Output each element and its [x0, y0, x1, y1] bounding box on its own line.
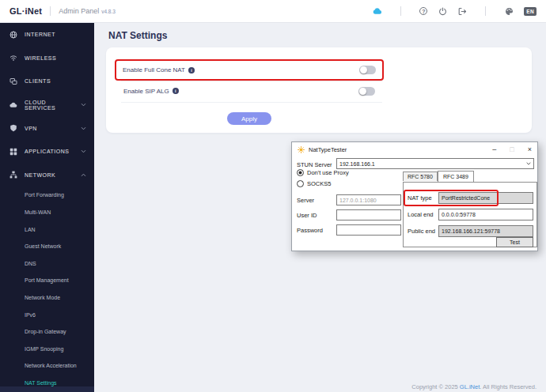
- sidebar-next-section-strip: [0, 386, 94, 392]
- sidebar-subitem-port-forwarding[interactable]: Port Forwarding: [0, 187, 94, 204]
- sidebar-subitem-port-management[interactable]: Port Management: [0, 272, 94, 289]
- product-title: Admin Panel: [59, 7, 99, 15]
- setting-label: Enable SIP ALG: [123, 88, 179, 95]
- sidebar-subitem-multi-wan[interactable]: Multi-WAN: [0, 204, 94, 221]
- maximize-button[interactable]: □: [510, 146, 514, 153]
- row-divider: [121, 81, 382, 81]
- language-badge[interactable]: EN: [524, 7, 537, 16]
- sidebar-item-cloud-services[interactable]: CLOUD SERVICES: [0, 93, 94, 117]
- sidebar-subitem-ipv6[interactable]: IPv6: [0, 306, 94, 323]
- chevron-down-icon[interactable]: [526, 162, 531, 165]
- sidebar-item-wireless[interactable]: WIRELESS: [0, 47, 94, 70]
- public-end-label: Public end: [408, 228, 435, 235]
- sidebar-item-vpn[interactable]: VPN: [0, 116, 94, 140]
- setting-label-text: Enable SIP ALG: [123, 88, 169, 95]
- copyright-footer: Copyright © 2025 GL.iNet. All Rights Res…: [411, 383, 537, 390]
- sidebar-item-network[interactable]: NETWORK: [0, 164, 94, 187]
- chevron-down-icon: [81, 126, 86, 130]
- subitem-label: Guest Network: [25, 243, 61, 249]
- power-icon[interactable]: [438, 6, 447, 16]
- local-end-field[interactable]: 0.0.0.0:59778: [438, 209, 533, 220]
- password-input[interactable]: [336, 224, 401, 236]
- window-controls: – □ ×: [492, 146, 532, 153]
- logout-icon[interactable]: [457, 6, 467, 16]
- header-divider: [400, 6, 401, 16]
- clients-icon: [9, 77, 17, 85]
- sidebar-item-label: CLOUD SERVICES: [25, 100, 74, 111]
- radio-label: SOCKS5: [307, 180, 331, 187]
- app-sun-icon: [298, 146, 305, 153]
- sidebar-subitem-drop-in-gateway[interactable]: Drop-in Gateway: [0, 323, 94, 341]
- radio-dot: [297, 180, 304, 187]
- subitem-label: NAT Settings: [25, 380, 57, 386]
- radio-socks5[interactable]: SOCKS5: [297, 180, 331, 187]
- sidebar-subitem-dns[interactable]: DNS: [0, 255, 94, 273]
- server-value: 127.0.0.1:1080: [339, 198, 377, 203]
- shield-icon: [9, 124, 17, 132]
- info-icon[interactable]: [188, 67, 195, 74]
- window-title: NatTypeTester: [309, 146, 347, 153]
- copyright-prefix: Copyright © 2025: [411, 383, 460, 390]
- full-cone-nat-toggle[interactable]: [359, 66, 376, 74]
- tab-rfc-5780[interactable]: RFC 5780: [403, 172, 438, 181]
- public-end-field: 192.168.166.121:59778: [438, 225, 533, 237]
- nat-type-value: PortRestrictedCone: [442, 195, 490, 201]
- sidebar-subitem-network-mode[interactable]: Network Mode: [0, 289, 94, 307]
- setting-label: Enable Full Cone NAT: [123, 66, 195, 74]
- sip-alg-toggle[interactable]: [358, 87, 375, 96]
- stun-server-combobox[interactable]: 192.168.166.1: [336, 158, 534, 169]
- subitem-label: Drop-in Gateway: [25, 329, 66, 334]
- palette-icon[interactable]: [504, 6, 514, 16]
- window-titlebar[interactable]: NatTypeTester – □ ×: [292, 142, 537, 156]
- row-divider: [121, 102, 382, 103]
- chevron-down-icon: [81, 103, 86, 107]
- password-label: Password: [297, 227, 323, 234]
- sidebar-item-label: INTERNET: [25, 32, 55, 37]
- tab-rfc-3489[interactable]: RFC 3489: [438, 171, 474, 182]
- sidebar-subitem-guest-network[interactable]: Guest Network: [0, 238, 94, 255]
- minimize-button[interactable]: –: [492, 146, 496, 153]
- chevron-up-icon: [81, 173, 86, 177]
- sidebar-item-applications[interactable]: APPLICATIONS: [0, 140, 94, 164]
- stun-server-label: STUN Server: [297, 161, 332, 168]
- subitem-label: Network Acceleration: [25, 363, 77, 368]
- nat-type-label: NAT type: [408, 194, 432, 202]
- sidebar-item-clients[interactable]: CLIENTS: [0, 70, 94, 93]
- local-end-value: 0.0.0.0:59778: [442, 212, 476, 217]
- sidebar-item-label: WIRELESS: [25, 55, 56, 61]
- subitem-label: Port Management: [25, 277, 69, 283]
- test-button[interactable]: Test: [496, 237, 533, 247]
- setting-row-full-cone-nat: Enable Full Cone NAT: [115, 59, 384, 81]
- stun-server-value: 192.168.166.1: [339, 161, 375, 167]
- nat-type-field: PortRestrictedCone: [438, 192, 533, 204]
- copyright-suffix: . All Rights Reserved.: [480, 383, 537, 390]
- cloud-icon[interactable]: [373, 6, 382, 16]
- radio-label: Don't use Proxy: [307, 169, 349, 176]
- page-title: NAT Settings: [108, 30, 167, 41]
- server-input[interactable]: 127.0.0.1:1080: [336, 194, 401, 205]
- nat-settings-card: Enable Full Cone NAT Enable SIP ALG Appl…: [106, 47, 532, 133]
- sidebar-item-label: CLIENTS: [25, 78, 51, 84]
- subitem-label: Multi-WAN: [25, 209, 51, 215]
- rfc-3489-panel: NAT type PortRestrictedCone Local end 0.…: [403, 182, 537, 247]
- sidebar-nav: INTERNET WIRELESS CLIENTS CLOUD SERVICES…: [0, 23, 94, 392]
- sidebar-item-label: VPN: [25, 126, 37, 131]
- network-icon: [9, 171, 17, 179]
- info-icon[interactable]: [173, 88, 179, 94]
- radio-dont-use-proxy[interactable]: Don't use Proxy: [297, 169, 349, 176]
- sidebar-subitem-igmp-snooping[interactable]: IGMP Snooping: [0, 341, 94, 358]
- user-id-label: User ID: [297, 212, 317, 219]
- close-button[interactable]: ×: [528, 146, 532, 153]
- setting-row-sip-alg: Enable SIP ALG: [116, 82, 382, 100]
- apply-button[interactable]: Apply: [227, 112, 271, 125]
- app-header: GL·iNet Admin Panel v4.8.3 EN: [0, 0, 546, 23]
- glinet-link[interactable]: GL.iNet: [460, 383, 480, 390]
- subitem-label: IGMP Snooping: [25, 346, 63, 352]
- sidebar-subitem-network-acceleration[interactable]: Network Acceleration: [0, 357, 94, 375]
- help-icon[interactable]: [419, 7, 427, 15]
- sidebar-subitem-lan[interactable]: LAN: [0, 220, 94, 238]
- chevron-down-icon: [81, 149, 86, 153]
- user-id-input[interactable]: [336, 209, 401, 220]
- sidebar-item-internet[interactable]: INTERNET: [0, 23, 94, 47]
- wifi-icon: [9, 54, 17, 62]
